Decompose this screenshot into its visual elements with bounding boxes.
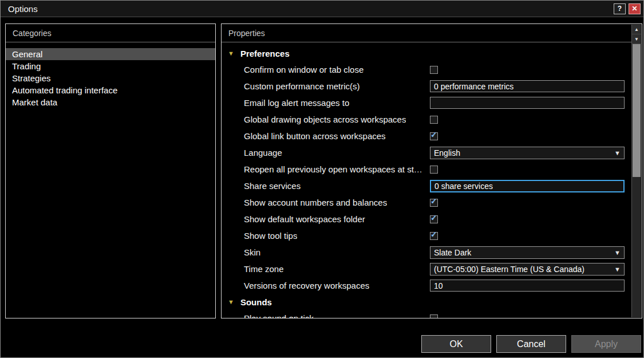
property-label: Confirm on window or tab close — [222, 65, 364, 74]
section-title: Sounds — [240, 297, 272, 307]
property-label: Play sound on tick — [222, 313, 314, 318]
window-title: Options — [8, 4, 38, 14]
time-zone-select[interactable]: (UTC-05:00) Eastern Time (US & Canada)▼ — [430, 263, 625, 276]
close-button[interactable]: ✕ — [629, 3, 641, 14]
options-dialog: Options ? ✕ Categories GeneralTradingStr… — [0, 0, 644, 358]
categories-list: GeneralTradingStrategiesAutomated tradin… — [6, 42, 215, 108]
help-button[interactable]: ? — [614, 3, 626, 14]
property-control: 0 share services — [430, 178, 625, 194]
field-value: 0 performance metrics — [434, 82, 513, 91]
property-control — [430, 161, 625, 178]
scroll-down-button[interactable]: ▼ — [632, 34, 641, 44]
section-title: Preferences — [240, 49, 290, 58]
property-label: Skin — [222, 247, 260, 257]
categories-header: Categories — [6, 24, 215, 42]
section-header-sounds[interactable]: ▼Sounds — [222, 294, 633, 310]
check-icon: ✓ — [430, 230, 437, 238]
properties-scrollbar[interactable]: ▲ ▼ — [631, 25, 641, 317]
categories-panel: Categories GeneralTradingStrategiesAutom… — [5, 23, 216, 318]
property-label: Reopen all previously open workspaces at… — [222, 164, 422, 174]
property-control: English▼ — [430, 144, 625, 161]
arrow-down-icon: ▼ — [634, 37, 639, 42]
properties-header: Properties — [222, 24, 631, 42]
section-header-preferences[interactable]: ▼Preferences — [222, 45, 633, 61]
properties-content: ▼PreferencesConfirm on window or tab clo… — [222, 42, 633, 318]
property-row-show-tool-tips: Show tool tips✓ — [222, 227, 633, 244]
property-control — [430, 95, 625, 111]
property-row-share-services: Share services0 share services — [222, 178, 633, 194]
share-services-field[interactable]: 0 share services — [430, 180, 625, 192]
close-icon: ✕ — [631, 5, 637, 13]
field-value: 0 share services — [434, 182, 493, 191]
ok-button[interactable]: OK — [421, 335, 491, 353]
arrow-up-icon: ▲ — [634, 27, 639, 32]
section-collapse-icon[interactable]: ▼ — [228, 50, 234, 57]
properties-panel: Properties ▼PreferencesConfirm on window… — [221, 23, 642, 318]
custom-performance-metric-s-field[interactable]: 0 performance metrics — [430, 80, 625, 92]
property-row-language: LanguageEnglish▼ — [222, 144, 633, 161]
property-row-versions-of-recovery-workspaces: Versions of recovery workspaces10 — [222, 277, 633, 294]
check-icon: ✓ — [430, 197, 437, 205]
section-collapse-icon[interactable]: ▼ — [228, 298, 234, 305]
property-label: Language — [222, 148, 282, 158]
scroll-up-button[interactable]: ▲ — [632, 25, 641, 34]
property-label: Email log alert messages to — [222, 98, 349, 108]
property-control: ✓ — [430, 128, 625, 144]
selected-value: (UTC-05:00) Eastern Time (US & Canada) — [434, 265, 584, 274]
property-row-show-account-numbers-and-balances: Show account numbers and balances✓ — [222, 194, 633, 211]
property-row-global-drawing-objects-across-workspaces: Global drawing objects across workspaces — [222, 111, 633, 128]
category-item-trading[interactable]: Trading — [6, 60, 215, 72]
property-row-email-log-alert-messages-to: Email log alert messages to — [222, 95, 633, 111]
property-control: ✓ — [430, 211, 625, 227]
property-control — [430, 310, 625, 318]
property-label: Custom performance metric(s) — [222, 81, 360, 91]
global-link-button-across-workspaces-checkbox[interactable]: ✓ — [430, 132, 438, 140]
property-control: 0 performance metrics — [430, 78, 625, 95]
property-label: Global drawing objects across workspaces — [222, 115, 406, 124]
category-item-strategies[interactable]: Strategies — [6, 72, 215, 84]
scrollbar-thumb[interactable] — [633, 44, 641, 177]
property-row-play-sound-on-tick: Play sound on tick — [222, 310, 633, 318]
property-row-confirm-on-window-or-tab-close: Confirm on window or tab close — [222, 61, 633, 78]
cancel-button[interactable]: Cancel — [496, 335, 566, 353]
check-icon: ✓ — [430, 214, 437, 222]
property-label: Global link button across workspaces — [222, 131, 386, 141]
property-control: ✓ — [430, 194, 625, 211]
property-row-custom-performance-metric-s: Custom performance metric(s)0 performanc… — [222, 78, 633, 95]
property-row-global-link-button-across-workspaces: Global link button across workspaces✓ — [222, 128, 633, 144]
versions-of-recovery-workspaces-field[interactable]: 10 — [430, 280, 625, 292]
property-control: ✓ — [430, 227, 625, 244]
selected-value: Slate Dark — [434, 248, 471, 257]
reopen-all-previously-open-workspaces-at-st-checkbox[interactable] — [430, 166, 438, 174]
show-account-numbers-and-balances-checkbox[interactable]: ✓ — [430, 199, 438, 207]
play-sound-on-tick-checkbox[interactable] — [430, 314, 438, 318]
category-item-general[interactable]: General — [6, 48, 215, 60]
apply-button[interactable]: Apply — [571, 335, 641, 353]
language-select[interactable]: English▼ — [430, 147, 625, 159]
confirm-on-window-or-tab-close-checkbox[interactable] — [430, 66, 438, 74]
titlebar[interactable]: Options ? ✕ — [1, 1, 643, 17]
category-item-market-data[interactable]: Market data — [6, 96, 215, 108]
footer: OK Cancel Apply — [1, 335, 644, 353]
property-control — [430, 111, 625, 128]
show-tool-tips-checkbox[interactable]: ✓ — [430, 232, 438, 240]
selected-value: English — [434, 148, 460, 158]
global-drawing-objects-across-workspaces-checkbox[interactable] — [430, 116, 438, 124]
property-control: Slate Dark▼ — [430, 244, 625, 261]
skin-select[interactable]: Slate Dark▼ — [430, 246, 625, 259]
titlebar-buttons: ? ✕ — [614, 3, 641, 14]
property-label: Time zone — [222, 264, 283, 274]
field-value: 10 — [434, 281, 443, 290]
property-control: 10 — [430, 277, 625, 294]
property-row-skin: SkinSlate Dark▼ — [222, 244, 633, 261]
show-default-workspaces-folder-checkbox[interactable]: ✓ — [430, 215, 438, 223]
email-log-alert-messages-to-field[interactable] — [430, 97, 625, 109]
property-row-time-zone: Time zone(UTC-05:00) Eastern Time (US & … — [222, 261, 633, 277]
property-control — [430, 61, 625, 78]
property-row-show-default-workspaces-folder: Show default workspaces folder✓ — [222, 211, 633, 227]
category-item-automated-trading-interface[interactable]: Automated trading interface — [6, 84, 215, 96]
property-control: (UTC-05:00) Eastern Time (US & Canada)▼ — [430, 261, 625, 277]
chevron-down-icon: ▼ — [614, 266, 621, 273]
property-row-reopen-all-previously-open-workspaces-at-st: Reopen all previously open workspaces at… — [222, 161, 633, 178]
help-icon: ? — [618, 5, 622, 13]
